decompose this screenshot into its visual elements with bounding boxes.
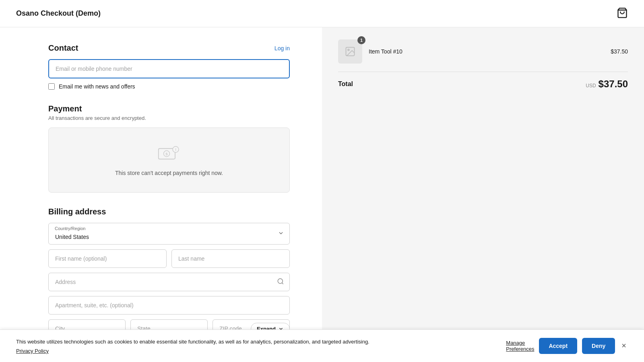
country-select[interactable]: United States Canada United Kingdom [48,223,290,245]
country-region-wrapper: Country/Region United States Canada Unit… [48,223,290,245]
billing-section: Billing address Country/Region United St… [48,207,290,338]
apt-input[interactable] [48,296,290,315]
cart-icon[interactable] [617,7,628,20]
cookie-actions: ManagePreferences Accept Deny × [506,338,628,354]
payment-error-box: $ ! This store can't accept payments rig… [48,128,290,193]
page-title: Osano Checkout (Demo) [16,9,101,18]
payment-error-icon: $ ! [157,144,181,162]
first-name-input[interactable] [48,249,167,268]
item-price: $37.50 [611,48,628,55]
address-input[interactable] [48,273,290,291]
email-news-checkbox[interactable] [48,83,55,90]
name-row [48,249,290,268]
item-name: Item Tool #10 [369,48,604,55]
payment-error-text: This store can't accept payments right n… [115,170,223,176]
payment-section-title: Payment [48,104,290,113]
payment-section: Payment All transactions are secure and … [48,104,290,193]
cookie-close-button[interactable]: × [620,341,628,350]
total-amount-wrap: USD $37.50 [586,78,628,90]
total-currency: USD [586,83,596,88]
item-image-wrap: 1 [338,39,362,64]
svg-point-9 [348,49,349,51]
header: Osano Checkout (Demo) [0,0,644,27]
email-news-label: Email me with news and offers [59,83,135,90]
contact-section-title: Contact [48,43,78,53]
order-item: 1 Item Tool #10 $37.50 [338,39,628,64]
main-layout: Contact Log in Email me with news and of… [0,27,644,362]
total-label: Total [338,80,353,88]
log-in-link[interactable]: Log in [275,45,290,51]
email-news-row: Email me with news and offers [48,83,290,90]
cookie-main-text: This website utilizes technologies such … [16,338,490,346]
svg-text:$: $ [165,152,168,156]
cookie-text-block: This website utilizes technologies such … [16,338,490,354]
order-total: Total USD $37.50 [338,72,628,90]
svg-text:!: ! [175,147,176,152]
manage-preferences-link[interactable]: ManagePreferences [506,340,534,352]
billing-section-title: Billing address [48,207,290,216]
last-name-input[interactable] [171,249,290,268]
checkout-form: Contact Log in Email me with news and of… [0,27,322,362]
cookie-banner: This website utilizes technologies such … [0,329,644,362]
address-wrapper [48,273,290,291]
order-summary: 1 Item Tool #10 $37.50 Total USD $37.50 [322,27,644,362]
contact-section-header: Contact Log in [48,43,290,53]
apt-wrapper [48,296,290,315]
item-quantity-badge: 1 [357,36,365,44]
total-amount: $37.50 [599,78,628,90]
privacy-policy-link[interactable]: Privacy Policy [16,348,49,354]
email-input[interactable] [48,59,290,78]
accept-button[interactable]: Accept [539,338,577,354]
deny-button[interactable]: Deny [582,338,615,354]
payment-error-icon-wrap: $ ! [157,144,181,163]
payment-subtitle: All transactions are secure and encrypte… [48,115,290,121]
